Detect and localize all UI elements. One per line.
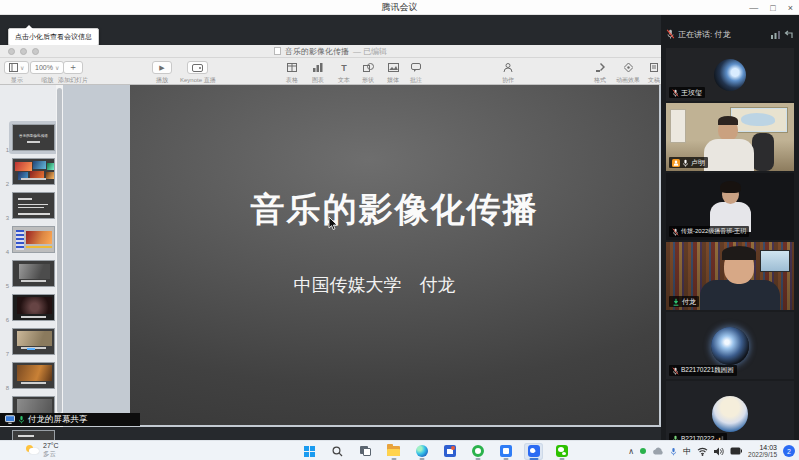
slide-thumbnail-5[interactable]: 5 (0, 258, 56, 291)
add-slide-button[interactable]: ＋ 添加幻灯片 (58, 61, 88, 85)
slide-thumbnail-1[interactable]: 1 音乐的影像化传播 (0, 122, 56, 155)
slide-thumbnail-3[interactable]: 3 (0, 190, 56, 223)
slide-thumbnail-7[interactable]: 7 (0, 326, 56, 359)
mic-muted-icon (666, 29, 675, 39)
tencent-meeting-icon (528, 445, 540, 457)
search-button[interactable] (328, 443, 347, 460)
participant-name: B22170221魏园园 (681, 366, 734, 375)
network-icon[interactable] (771, 30, 781, 39)
windows-logo-icon (304, 446, 315, 457)
play-button[interactable]: ▶ 播放 (152, 61, 172, 85)
screen-share-banner: 付龙的屏幕共享 (0, 413, 140, 426)
slide-thumbnail-8[interactable]: 8 (0, 360, 56, 393)
keynote-live-button[interactable]: Keynote 直播 (180, 61, 216, 85)
mic-active-icon (18, 415, 25, 424)
slide-thumbnail-6[interactable]: 6 (0, 292, 56, 325)
wechat-button[interactable] (552, 443, 571, 460)
screen-icon (5, 415, 15, 424)
collapse-panel-icon[interactable] (784, 30, 794, 39)
ime-indicator[interactable]: 中 (683, 446, 691, 457)
weather-widget[interactable]: 27°C 多云 (26, 442, 59, 457)
name-badge: 卢明 (669, 157, 708, 168)
collaborate-icon (498, 61, 518, 74)
edge-button[interactable] (412, 443, 431, 460)
mic-muted-icon (672, 89, 679, 97)
maximize-button[interactable]: □ (770, 3, 775, 13)
host-icon (672, 159, 680, 167)
meeting-tooltip: 点击小化后查看会议信息 (8, 28, 99, 46)
participant-tile-2[interactable]: 卢明 (666, 103, 794, 171)
screen-share-icon (672, 298, 680, 306)
system-tray: ∧ 中 14:03 2022/9/15 2 (628, 441, 795, 460)
cloud-icon[interactable] (652, 447, 664, 455)
mouse-cursor (328, 217, 338, 231)
store-app-button[interactable] (440, 443, 459, 460)
participant-tile-6[interactable]: B22170222 (666, 381, 794, 447)
minimize-traffic-icon[interactable] (20, 48, 27, 55)
name-badge: B22170221魏园园 (669, 365, 737, 376)
text-icon: T (334, 61, 354, 74)
participant-tile-1[interactable]: 王玫玺 (666, 48, 794, 101)
participant-tile-5[interactable]: B22170221魏园园 (666, 312, 794, 379)
wifi-icon[interactable] (697, 447, 708, 456)
docs-app-button[interactable] (496, 443, 515, 460)
task-view-button[interactable] (356, 443, 375, 460)
speaking-indicator: 正在讲话: 付龙 (666, 26, 794, 42)
document-icon (274, 47, 281, 55)
mic-on-icon (682, 159, 689, 167)
comment-button[interactable]: 批注 (406, 61, 426, 85)
view-button[interactable]: ∨ 显示 (4, 61, 29, 85)
traffic-lights (8, 48, 39, 55)
battery-icon[interactable] (730, 447, 742, 455)
keynote-window: 音乐的影像化传播 — 已编辑 ∨ 显示 100%∨ 缩放 ＋ 添加幻灯片 ▶ (0, 45, 661, 427)
screen: 腾讯会议 — □ × 点击小化后查看会议信息 音乐的影像化传播 — 已编辑 ∨ … (0, 0, 799, 460)
navigator-scrollbar-thumb[interactable] (57, 88, 62, 413)
slide-canvas[interactable]: 音乐的影像化传播 中国传媒大学 付龙 (130, 85, 659, 425)
table-icon (282, 61, 302, 74)
green-app-button[interactable] (468, 443, 487, 460)
participant-tile-4[interactable]: 付龙 (666, 242, 794, 310)
participants-panel: 正在讲话: 付龙 王玫玺 卢明 (661, 15, 799, 440)
animate-button[interactable]: 动画效果 (616, 61, 640, 85)
tray-time: 14:03 (748, 444, 777, 451)
media-button[interactable]: 媒体 (383, 61, 403, 85)
format-button[interactable]: 格式 (590, 61, 610, 85)
wechat-tray-icon[interactable] (640, 448, 646, 454)
participant-tile-3[interactable]: 传媒-2022级播音班-王玥 (666, 173, 794, 240)
wechat-icon (556, 445, 568, 457)
play-icon: ▶ (152, 61, 172, 74)
taskbar: 27°C 多云 ∧ 中 14:03 2 (0, 440, 799, 460)
tray-date: 2022/9/15 (748, 451, 777, 458)
chart-button[interactable]: 图表 (308, 61, 328, 85)
file-explorer-button[interactable] (384, 443, 403, 460)
tray-expand-icon[interactable]: ∧ (628, 447, 634, 456)
tencent-meeting-button[interactable] (524, 443, 543, 460)
text-button[interactable]: T 文本 (334, 61, 354, 85)
weather-icon (26, 445, 39, 455)
name-badge: 传媒-2022级播音班-王玥 (669, 226, 749, 237)
speaking-label: 正在讲话: 付龙 (678, 29, 768, 40)
taskbar-apps (300, 441, 571, 460)
collaborate-button[interactable]: 协作 (498, 61, 518, 85)
name-badge: 王玫玺 (669, 87, 705, 98)
slide-thumbnail-2[interactable]: 2 (0, 156, 56, 189)
notification-badge[interactable]: 2 (783, 445, 795, 457)
search-icon (332, 446, 343, 457)
mic-muted-icon (672, 367, 679, 375)
mic-tray-icon[interactable] (670, 447, 677, 456)
start-button[interactable] (300, 443, 319, 460)
weather-temp: 27°C (43, 442, 59, 450)
format-icon (590, 61, 610, 74)
participant-name: 传媒-2022级播音班-王玥 (681, 227, 746, 236)
close-traffic-icon[interactable] (8, 48, 15, 55)
shape-button[interactable]: 形状 (358, 61, 378, 85)
mic-muted-icon (672, 228, 679, 236)
table-button[interactable]: 表格 (282, 61, 302, 85)
slide-thumbnail-4[interactable]: 4 (0, 224, 56, 257)
zoom-traffic-icon[interactable] (32, 48, 39, 55)
close-button[interactable]: × (788, 3, 793, 13)
keynote-toolbar: ∨ 显示 100%∨ 缩放 ＋ 添加幻灯片 ▶ 播放 Keynote 直播 表格 (0, 58, 661, 85)
clock[interactable]: 14:03 2022/9/15 (748, 444, 777, 458)
minimize-button[interactable]: — (749, 3, 758, 13)
speaker-icon[interactable] (714, 447, 724, 456)
